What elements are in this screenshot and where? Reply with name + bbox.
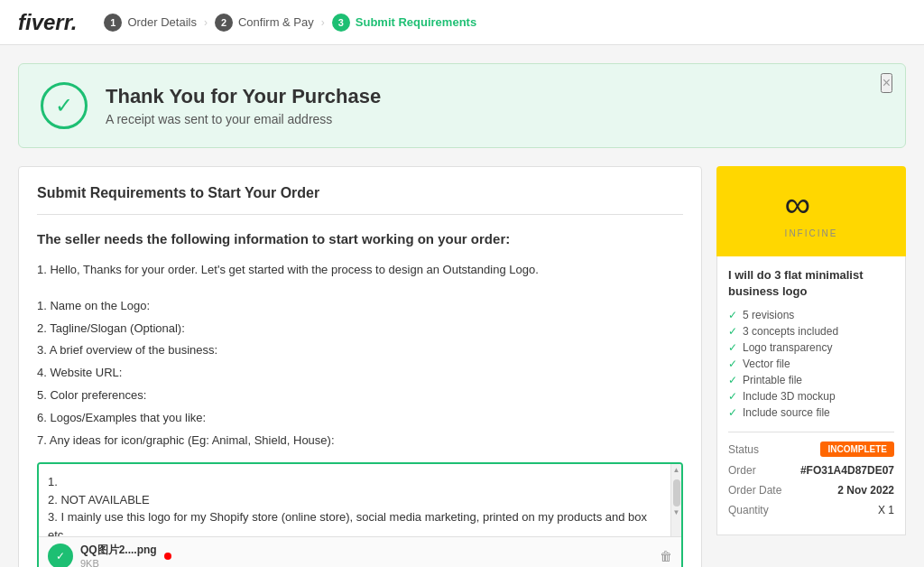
step-2-num: 2: [215, 14, 233, 32]
left-panel: Submit Requirements to Start Your Order …: [18, 166, 702, 567]
seller-brand-text: INFICINE: [785, 228, 838, 238]
req-2: 2. Tagline/Slogan (Optional):: [37, 320, 683, 339]
content-area: Submit Requirements to Start Your Order …: [18, 166, 906, 567]
seller-logo-inner: ∞ INFICINE: [785, 184, 838, 238]
check-icon-2: ✓: [728, 325, 737, 338]
thank-you-subtitle: A receipt was sent to your email address: [106, 112, 381, 126]
step-3-label: Submit Requirements: [356, 15, 476, 29]
check-icon-3: ✓: [728, 341, 737, 354]
quantity-label: Quantity: [728, 504, 769, 516]
scroll-thumb: [673, 479, 680, 507]
quantity-value: X 1: [878, 504, 894, 516]
gig-features: ✓ 5 revisions ✓ 3 concepts included ✓ Lo…: [728, 309, 894, 419]
feature-2-text: 3 concepts included: [743, 325, 838, 338]
step-3-num: 3: [332, 14, 350, 32]
status-label: Status: [728, 443, 759, 456]
feature-1: ✓ 5 revisions: [728, 309, 894, 321]
feature-6: ✓ Include 3D mockup: [728, 390, 894, 403]
thank-you-banner: ✓ Thank You for Your Purchase A receipt …: [18, 63, 906, 148]
feature-3-text: Logo transparency: [743, 341, 832, 354]
check-icon-4: ✓: [728, 358, 737, 370]
step-2: 2 Confirm & Pay: [215, 14, 314, 32]
divider: [728, 432, 894, 432]
step1-intro: 1. Hello, Thanks for your order. Let's g…: [37, 261, 683, 280]
file-size: 9KB: [80, 558, 157, 567]
feature-1-text: 5 revisions: [743, 309, 794, 321]
check-icon-5: ✓: [728, 374, 737, 386]
step-1-num: 1: [104, 14, 122, 32]
thank-you-title: Thank You for Your Purchase: [106, 85, 381, 108]
logo-text: fiverr.: [18, 10, 77, 35]
seller-info-text: The seller needs the following informati…: [37, 229, 683, 248]
main-content: ✓ Thank You for Your Purchase A receipt …: [0, 45, 924, 567]
step-2-label: Confirm & Pay: [238, 15, 314, 29]
req-1: 1. Name on the Logo:: [37, 297, 683, 316]
file-name: QQ图片2....png: [80, 543, 157, 558]
feature-4: ✓ Vector file: [728, 358, 894, 370]
seller-logo-symbol: ∞: [785, 184, 838, 225]
file-delete-button[interactable]: 🗑: [660, 549, 672, 563]
req-7: 7. Any ideas for icon/graphic (Eg: Anima…: [37, 432, 683, 451]
step-1: 1 Order Details: [104, 14, 197, 32]
feature-4-text: Vector file: [743, 358, 790, 370]
feature-3: ✓ Logo transparency: [728, 341, 894, 354]
requirements-list: 1. Hello, Thanks for your order. Let's g…: [37, 261, 683, 450]
scroll-down-icon: ▼: [673, 508, 680, 516]
req-3: 3. A brief overview of the business:: [37, 341, 683, 360]
order-id-label: Order: [728, 464, 756, 477]
quantity-row: Quantity X 1: [728, 504, 894, 516]
textarea-inner: 1. 2. NOT AVAILABLE 3. I mainly use this…: [39, 464, 681, 536]
check-icon-7: ✓: [728, 406, 737, 419]
status-row: Status INCOMPLETE: [728, 442, 894, 457]
thank-you-text: Thank You for Your Purchase A receipt wa…: [106, 85, 381, 126]
order-date-value: 2 Nov 2022: [837, 484, 894, 497]
feature-2: ✓ 3 concepts included: [728, 325, 894, 338]
file-check-icon: ✓: [48, 544, 73, 567]
right-panel: ∞ INFICINE I will do 3 flat minimalist b…: [716, 166, 906, 567]
seller-logo: ∞ INFICINE: [716, 166, 906, 256]
dot-indicator: [164, 553, 171, 560]
gig-info: I will do 3 flat minimalist business log…: [716, 256, 906, 535]
step-1-label: Order Details: [127, 15, 197, 29]
req-5: 5. Color preferences:: [37, 386, 683, 405]
order-id-value: #FO31A4D87DE07: [800, 464, 894, 477]
status-badge: INCOMPLETE: [820, 442, 894, 457]
feature-5-text: Printable file: [743, 374, 802, 386]
success-icon: ✓: [41, 82, 88, 129]
feature-5: ✓ Printable file: [728, 374, 894, 386]
check-icon-6: ✓: [728, 390, 737, 403]
panel-title: Submit Requirements to Start Your Order: [37, 185, 683, 215]
arrow-1: ›: [204, 16, 208, 29]
feature-7: ✓ Include source file: [728, 406, 894, 419]
step-3: 3 Submit Requirements: [332, 14, 476, 32]
arrow-2: ›: [321, 16, 325, 29]
order-date-label: Order Date: [728, 484, 781, 497]
scrollbar: ▲ ▼: [670, 464, 681, 536]
check-icon-1: ✓: [728, 309, 737, 321]
breadcrumb: 1 Order Details › 2 Confirm & Pay › 3 Su…: [104, 14, 476, 32]
header: fiverr. 1 Order Details › 2 Confirm & Pa…: [0, 0, 924, 45]
file-attachment: ✓ QQ图片2....png 9KB 🗑: [39, 536, 681, 567]
order-details: Status INCOMPLETE Order #FO31A4D87DE07 O…: [728, 442, 894, 516]
requirements-textarea[interactable]: 1. 2. NOT AVAILABLE 3. I mainly use this…: [39, 464, 670, 536]
requirements-textarea-container: 1. 2. NOT AVAILABLE 3. I mainly use this…: [37, 462, 683, 567]
fiverr-logo: fiverr.: [18, 10, 77, 35]
order-date-row: Order Date 2 Nov 2022: [728, 484, 894, 497]
scroll-up-icon: ▲: [673, 466, 680, 474]
feature-7-text: Include source file: [743, 406, 830, 419]
req-6: 6. Logos/Examples that you like:: [37, 409, 683, 428]
file-info: QQ图片2....png 9KB: [80, 543, 157, 567]
feature-6-text: Include 3D mockup: [743, 390, 836, 403]
order-id-row: Order #FO31A4D87DE07: [728, 464, 894, 477]
gig-title: I will do 3 flat minimalist business log…: [728, 267, 894, 300]
req-4: 4. Website URL:: [37, 364, 683, 383]
banner-close-button[interactable]: ×: [881, 73, 892, 93]
